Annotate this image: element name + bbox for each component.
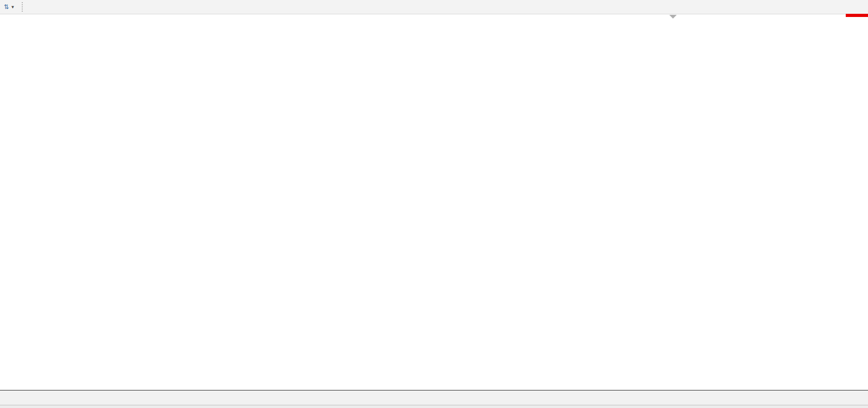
chart-tab-bar bbox=[0, 390, 868, 405]
main-chart-canvas[interactable] bbox=[0, 14, 868, 390]
chevron-down-icon: ▼ bbox=[11, 5, 15, 10]
trading-platform-window: { "toolbar": { "icon": "chart-profile", … bbox=[0, 0, 868, 408]
chart-profile-button[interactable]: ⇅ ▼ bbox=[2, 2, 16, 12]
timeframe-toolbar: ⇅ ▼ bbox=[0, 0, 868, 14]
chart-shift-marker-icon[interactable] bbox=[669, 15, 677, 19]
clipped-price-label bbox=[846, 14, 868, 17]
chart-title bbox=[5, 15, 9, 22]
chart-profile-icon: ⇅ bbox=[4, 3, 9, 11]
toolbar-grip[interactable] bbox=[22, 2, 25, 12]
status-bar bbox=[0, 405, 868, 408]
